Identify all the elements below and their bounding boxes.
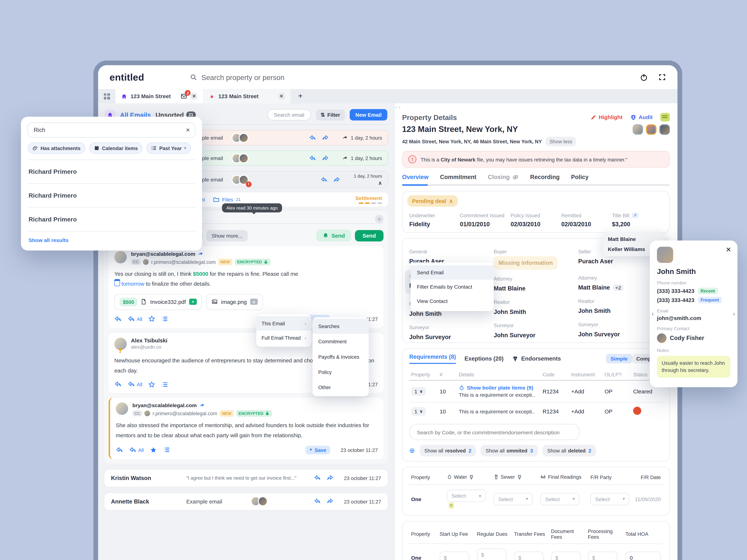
missing-information[interactable]: Missing information [494,256,558,270]
avatar[interactable] [633,124,643,135]
forward-icon[interactable] [322,134,329,141]
close-card-icon[interactable]: ✕ [726,246,731,254]
reply-all-button[interactable]: All [128,380,143,388]
buyer-surveyor[interactable]: John Surveyor [494,332,578,339]
next-contact-arrow[interactable]: › [733,310,735,317]
menu-item-send-email[interactable]: Send Email [411,265,493,279]
toggle-simple[interactable]: Simple [606,354,632,364]
menu-item-this-email[interactable]: This Email› [256,316,311,331]
property-select[interactable]: 1∨ [411,387,426,396]
close-tab-icon[interactable]: ✕ [191,93,197,100]
buyer-attorney[interactable]: Matt Blaine [494,285,578,292]
email-row[interactable]: Annette Black Example email 23 october 1… [104,492,388,510]
add-instrument-button[interactable]: +Add [569,402,603,420]
show-less-button[interactable]: Show less [546,137,576,146]
reply-icon[interactable] [314,498,321,505]
forward-icon[interactable] [333,176,340,183]
forward-icon[interactable] [326,498,334,505]
requirements-search[interactable] [409,424,580,440]
filter-button[interactable]: ⇅ Filter [316,109,345,121]
general-realtor[interactable]: John Smith [409,311,494,317]
status-alert-icon[interactable] [633,407,641,415]
quick-reply-more[interactable]: Show more... [206,230,248,241]
show-omitted-button[interactable]: Show all ommited3 [481,445,538,456]
reply-icon[interactable] [114,380,122,388]
reply-icon[interactable] [114,315,122,323]
tab-property-2[interactable]: 123 Main Street ✕ [203,89,290,103]
tab-closing[interactable]: Closing [488,174,519,180]
power-icon[interactable] [640,73,648,81]
menu-item-view-contact[interactable]: View Contact [411,294,493,308]
avatar[interactable] [646,124,656,135]
note-sticky-icon[interactable] [448,502,454,508]
clear-search-icon[interactable]: ✕ [186,127,190,133]
menu-item-policy[interactable]: Policy [313,365,369,380]
file-remove-icon[interactable]: x [250,299,258,305]
buyer-realtor[interactable]: John Smith [494,309,578,315]
fr-party-select[interactable]: Select▾ [590,493,629,505]
close-thread-icon[interactable]: ✕ [375,215,384,223]
email-row[interactable]: Kristin Watson "I agree but I think we n… [104,469,388,487]
deal-status-pill[interactable]: Pending deal ∧ [407,195,458,207]
regular-dues-input[interactable]: $ [477,549,506,560]
fullscreen-icon[interactable] [658,73,666,81]
add-instrument-button[interactable]: +Add [569,380,603,402]
panel-collapse-icon[interactable]: ‹ › [395,105,401,110]
collapse-thread-icon[interactable]: ∧ [378,180,382,186]
total-hoa-input[interactable]: 0 [625,552,661,560]
list-icon[interactable] [161,315,168,322]
comments-icon[interactable] [660,113,670,122]
startup-fee-input[interactable]: $ [440,552,469,560]
tab-recording[interactable]: Recording [530,174,560,180]
save-button[interactable]: ▼ Save [305,446,330,454]
menu-item-full-thread[interactable]: Full Email Thread› [256,330,311,345]
search-result[interactable]: Richard Primero [28,184,196,208]
fr-date-value[interactable]: 11/09/2020 [633,485,663,510]
transfer-fees-input[interactable]: $ [514,552,544,560]
menu-item-other[interactable]: Other [313,380,369,395]
new-tab-button[interactable]: + [290,89,310,103]
prev-contact-arrow[interactable]: ‹ [652,310,654,317]
tab-requirements[interactable]: Requirements (8) [409,353,456,364]
document-fees-input[interactable]: $ [551,552,581,560]
reply-all-button[interactable]: All [128,315,143,323]
requirement-row[interactable]: 1∨ 10 Show boiler plate items (9) This i… [409,380,663,402]
forward-icon[interactable] [322,155,329,162]
share-icon[interactable] [199,402,205,408]
search-result[interactable]: Richard Primero [28,208,196,232]
send-with-reminder-button[interactable]: Send [316,230,351,241]
open-link-icon[interactable]: ↗ [632,212,638,218]
new-email-button[interactable]: New Email [350,109,387,121]
final-readings-select[interactable]: Select▾ [540,493,579,505]
reply-all-button[interactable]: All [129,446,144,454]
avatar[interactable] [659,124,670,135]
show-resolved-button[interactable]: Show all resolved2 [419,445,476,456]
tab-overview-grid-icon[interactable] [98,89,115,103]
menu-item-searches[interactable]: Searches [313,319,369,334]
files-button[interactable]: Files 21 [213,196,241,203]
attachment-image[interactable]: image.png x [206,294,263,310]
tab-exceptions[interactable]: Exeptions (20) [465,355,504,362]
list-icon[interactable] [161,381,168,388]
menu-item-payoffs[interactable]: Payoffs & Invoices [313,349,369,365]
tab-policy[interactable]: Policy [571,174,589,180]
show-deleted-button[interactable]: Show all deleted2 [543,445,596,456]
star-icon[interactable] [148,315,155,322]
water-select[interactable]: Select▾ [447,489,486,502]
reply-icon[interactable] [309,134,316,141]
audit-button[interactable]: Audit [630,114,653,121]
menu-item-commitment[interactable]: Commitment [313,334,369,349]
date-entity[interactable]: tomorrow [122,281,144,287]
email-value[interactable]: john@smith.com [657,315,730,321]
people-search-field[interactable]: ✕ [28,123,196,138]
people-search-input[interactable] [33,126,186,134]
send-button[interactable]: Send [355,230,383,241]
search-email-button[interactable]: Search email [267,109,311,121]
global-search[interactable]: Search property or person [190,73,284,81]
file-add-icon[interactable]: + [189,299,197,305]
general-surveyor[interactable]: John Surveyor [409,334,494,341]
close-tab-icon[interactable]: ✕ [278,93,285,100]
amount-entity[interactable]: $5000 [193,271,208,277]
highlight-button[interactable]: Highlight [590,114,622,121]
menu-item-filter-emails[interactable]: Filter Emails by Contact [411,279,493,294]
